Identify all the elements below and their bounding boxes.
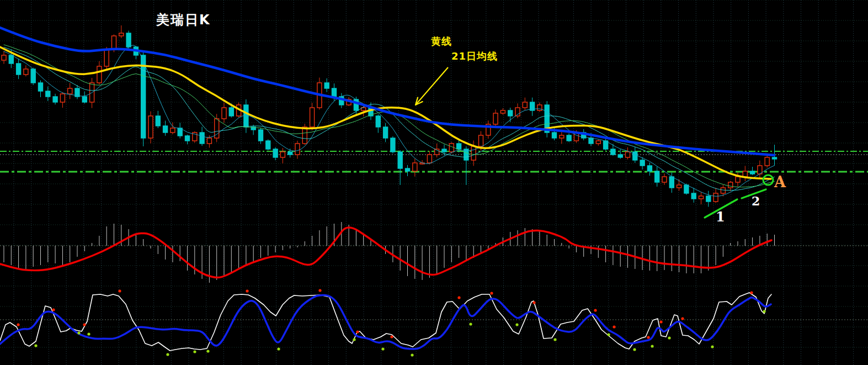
buy-signal-dot xyxy=(87,332,90,335)
sell-signal-dot xyxy=(532,301,535,304)
candle-up xyxy=(471,146,476,160)
candle-down xyxy=(750,171,755,174)
candle-up xyxy=(736,177,740,182)
candle-down xyxy=(457,144,461,149)
candle-up xyxy=(413,163,417,171)
candle-up xyxy=(68,88,72,94)
candle-down xyxy=(17,64,21,75)
candle-up xyxy=(699,196,704,199)
buy-signal-dot xyxy=(607,333,610,336)
candle-up xyxy=(523,102,527,108)
candle-down xyxy=(691,193,696,199)
chart-svg[interactable] xyxy=(0,0,868,365)
sell-signal-dot xyxy=(17,323,19,326)
candle-down xyxy=(259,130,263,141)
yellow-line-label: 黄线 xyxy=(431,35,452,48)
candle-up xyxy=(662,177,667,182)
buy-signal-dot xyxy=(633,348,636,351)
candle-down xyxy=(655,171,659,182)
candle-down xyxy=(618,155,622,157)
candle-up xyxy=(479,135,483,146)
chart-title: 美瑞日K xyxy=(156,11,211,29)
candle-down xyxy=(82,97,87,102)
candle-down xyxy=(633,152,637,160)
candle-down xyxy=(324,83,329,88)
sell-signal-dot xyxy=(613,325,615,328)
candle-down xyxy=(376,116,380,127)
candle-up xyxy=(280,152,285,157)
candle-down xyxy=(200,133,204,144)
yellow-line-sublabel: 21日均线 xyxy=(451,50,498,63)
candle-down xyxy=(611,149,615,155)
point-a-label: A xyxy=(774,173,786,191)
candle-down xyxy=(773,157,777,159)
buy-signal-dot xyxy=(381,347,384,350)
candle-down xyxy=(669,177,674,188)
segment-1-label: 1 xyxy=(716,209,725,225)
candle-up xyxy=(24,69,28,75)
annotations xyxy=(416,67,773,218)
candle-down xyxy=(39,83,43,91)
candle-up xyxy=(295,144,300,155)
candle-up xyxy=(171,128,175,133)
candle-up xyxy=(728,182,733,188)
candle-down xyxy=(589,138,593,144)
candle-up xyxy=(119,33,124,36)
candle-down xyxy=(384,127,388,138)
candle-up xyxy=(626,152,630,157)
sell-signal-dot xyxy=(750,291,753,294)
candle-up xyxy=(302,127,307,144)
sell-signal-dot xyxy=(52,308,55,311)
buy-signal-dot xyxy=(193,350,196,353)
buy-signal-dot xyxy=(411,353,413,356)
candle-down xyxy=(640,160,645,166)
candle-up xyxy=(427,155,432,163)
candle-down xyxy=(508,110,513,116)
candle-down xyxy=(391,138,395,152)
candle-up xyxy=(721,188,725,193)
sell-signal-dot xyxy=(681,317,684,320)
candle-up xyxy=(449,144,454,152)
candle-up xyxy=(97,66,102,83)
candle-up xyxy=(677,185,681,188)
candle-up xyxy=(743,171,747,177)
candle-up xyxy=(148,116,153,138)
buy-signal-dot xyxy=(77,331,80,334)
candle-down xyxy=(31,69,35,83)
candle-down xyxy=(288,152,292,155)
candle-up xyxy=(765,157,769,166)
yellow-arrow xyxy=(416,67,448,105)
candle-down xyxy=(266,141,270,149)
candle-up xyxy=(60,94,65,102)
candle-down xyxy=(706,196,711,202)
candle-down xyxy=(53,97,57,102)
candle-down xyxy=(163,126,168,133)
candle-up xyxy=(560,135,564,138)
buy-signal-dot xyxy=(277,347,280,350)
candle-down xyxy=(442,149,446,152)
candle-up xyxy=(713,193,718,202)
candle-down xyxy=(178,128,182,136)
candle-up xyxy=(112,36,116,50)
candle-down xyxy=(552,133,557,138)
buy-signal-dot xyxy=(763,310,765,313)
candle-down xyxy=(185,136,190,141)
buy-signal-dot xyxy=(206,350,209,352)
candle-down xyxy=(567,135,571,141)
candle-down xyxy=(273,149,278,157)
buy-signal-dot xyxy=(469,322,472,325)
candle-up xyxy=(104,50,109,66)
candle-down xyxy=(9,55,13,64)
candle-down xyxy=(332,88,337,97)
buy-signal-dot xyxy=(353,338,355,341)
sell-signal-dot xyxy=(647,336,649,338)
candle-down xyxy=(156,116,160,126)
sell-signal-dot xyxy=(246,289,248,292)
buy-signal-dot xyxy=(166,353,169,356)
candle-down xyxy=(229,108,233,116)
sell-signal-dot xyxy=(318,289,321,292)
candle-down xyxy=(46,91,50,97)
candle-down xyxy=(398,152,402,168)
buy-signal-dot xyxy=(651,345,653,347)
buy-signal-dot xyxy=(515,323,518,326)
